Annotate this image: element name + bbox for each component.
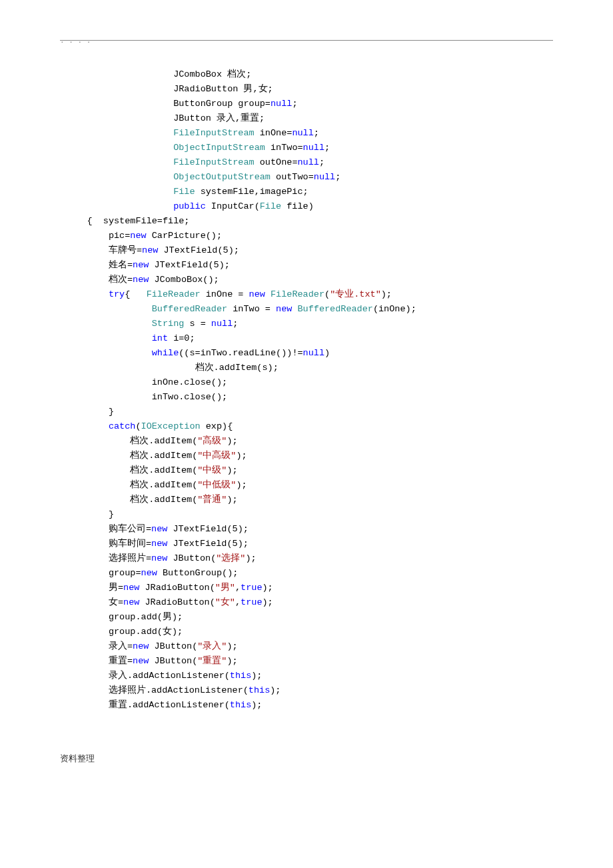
token-type: String <box>152 319 185 329</box>
token: ButtonGroup(); <box>157 568 239 578</box>
code-block: JComboBox 档次; JRadioButton 男,女; ButtonGr… <box>60 67 553 713</box>
code-line: } <box>60 407 114 417</box>
token: ( <box>324 289 330 299</box>
token-str: "高级" <box>197 436 227 446</box>
token-kw: null <box>292 128 313 138</box>
token-kw: this <box>230 671 251 681</box>
document-page: . . . . JComboBox 档次; JRadioButton 男,女; … <box>0 0 613 791</box>
code-line: 重置.addActionListener(this); <box>60 700 262 710</box>
token: CarPicture(); <box>147 231 222 241</box>
token: ( <box>135 421 141 431</box>
token: 购车时间= <box>109 539 151 549</box>
code-line: 档次.addItem("中低级"); <box>60 480 247 490</box>
token-str: "男" <box>215 583 235 593</box>
token: 男= <box>109 583 123 593</box>
code-line: } <box>60 509 114 519</box>
code-line: FileInputStream outOne=null; <box>60 157 324 167</box>
token: ; <box>233 319 238 329</box>
token: inOne.close(); <box>152 377 227 387</box>
code-line: JButton 录入,重置; <box>60 113 265 123</box>
token: 档次.addItem( <box>130 495 197 505</box>
token-kw: true <box>241 597 262 607</box>
token-kw: null <box>297 157 318 167</box>
token: ((s=inTwo.readLine())!= <box>179 348 303 358</box>
token: { systemFile=file; <box>87 216 190 226</box>
token: JTextField(5); <box>167 539 249 549</box>
token-str: "重置" <box>197 656 227 666</box>
code-line: JComboBox 档次; <box>60 69 251 79</box>
token: i=0; <box>168 333 195 343</box>
code-line: ObjectInputStream inTwo=null; <box>60 143 330 153</box>
code-line: group.add(女); <box>60 627 183 637</box>
token-type: IOException <box>141 421 201 431</box>
code-line: 档次=new JComboBox(); <box>60 275 219 285</box>
token: ); <box>227 641 237 651</box>
token: JTextField(5); <box>158 245 239 255</box>
token: 车牌号= <box>109 245 142 255</box>
token: inOne = <box>201 289 249 299</box>
token: JTextField(5); <box>167 524 249 534</box>
token: JTextField(5); <box>149 260 230 270</box>
token-kw: new <box>276 304 292 314</box>
header-rule: . . . . <box>60 40 553 41</box>
token: 选择照片= <box>109 553 151 563</box>
token: systemFile,imagePic; <box>195 187 308 197</box>
code-line: { systemFile=file; <box>60 216 189 226</box>
code-line: group=new ButtonGroup(); <box>60 568 238 578</box>
token-kw: while <box>152 348 179 358</box>
token <box>292 304 297 314</box>
token-kw: new <box>133 656 149 666</box>
token: JComboBox 档次; <box>173 69 251 79</box>
token-type: FileReader <box>271 289 324 299</box>
code-line: public InputCar(File file) <box>60 201 314 211</box>
code-line: 车牌号=new JTextField(5); <box>60 245 239 255</box>
token-type: FileInputStream <box>173 128 255 138</box>
token: ); <box>270 685 281 695</box>
token-kw: new <box>133 275 149 285</box>
token-type: File <box>260 201 281 211</box>
token-kw: null <box>303 143 324 153</box>
token-str: "专业.txt" <box>330 289 381 299</box>
token: 重置.addActionListener( <box>109 700 230 710</box>
token: 录入= <box>109 641 133 651</box>
token-str: "中低级" <box>197 480 236 490</box>
token: 姓名= <box>109 260 133 270</box>
token <box>265 289 271 299</box>
code-line: 选择照片=new JButton("选择"); <box>60 553 257 563</box>
token-kw: new <box>123 583 139 593</box>
code-line: JRadioButton 男,女; <box>60 84 273 94</box>
token: inTwo.close(); <box>152 392 227 402</box>
token-kw: new <box>142 245 158 255</box>
code-line: 女=new JRadioButton("女",true); <box>60 597 273 607</box>
token: ); <box>236 451 247 461</box>
token: group.add(男); <box>109 612 183 622</box>
token-kw: new <box>123 597 139 607</box>
token: 购车公司= <box>109 524 151 534</box>
token-kw: catch <box>109 421 136 431</box>
code-line: BufferedReader inTwo = new BufferedReade… <box>60 304 416 314</box>
code-line: 购车公司=new JTextField(5); <box>60 524 249 534</box>
code-line: 选择照片.addActionListener(this); <box>60 685 281 695</box>
token: JComboBox(); <box>149 275 219 285</box>
token: 录入.addActionListener( <box>109 671 230 681</box>
token: ); <box>245 553 256 563</box>
token-kw: int <box>152 333 168 343</box>
rule-dots: . . . . <box>60 36 553 45</box>
token-kw: null <box>314 172 335 182</box>
token-kw: null <box>271 99 292 109</box>
token-type: File <box>173 187 195 197</box>
code-line: 男=new JRadioButton("男",true); <box>60 583 273 593</box>
token: group= <box>109 568 141 578</box>
token-kw: try <box>109 289 125 299</box>
token: ) <box>324 348 330 358</box>
code-line: 档次.addItem("普通"); <box>60 495 238 505</box>
token: ; <box>335 172 340 182</box>
token: ButtonGroup group= <box>173 99 271 109</box>
token: ); <box>227 465 237 475</box>
code-line: inOne.close(); <box>60 377 227 387</box>
code-line: 重置=new JButton("重置"); <box>60 656 238 666</box>
token-str: "中级" <box>197 465 227 475</box>
token: ); <box>251 671 262 681</box>
token: outTwo= <box>271 172 314 182</box>
token: InputCar( <box>206 201 260 211</box>
